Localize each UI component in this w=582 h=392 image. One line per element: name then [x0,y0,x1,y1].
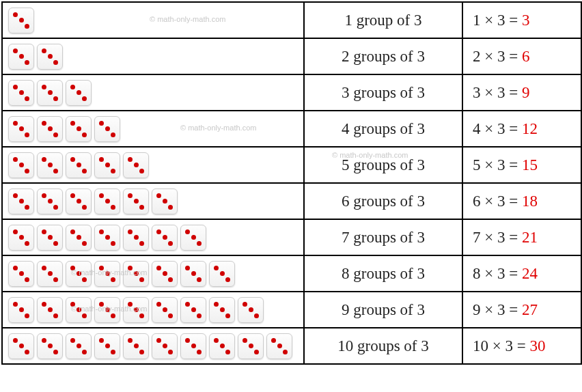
table-row: 2 groups of 32 × 3 = 6 [2,38,581,74]
die-three-icon [66,116,92,142]
equation-lhs: 10 × 3 = [473,337,526,354]
equation-cell: 3 × 3 = 9 [462,74,581,111]
group-description: 3 groups of 3 [304,74,462,111]
die-three-icon [37,152,63,178]
group-description: 2 groups of 3 [304,38,462,74]
equation-lhs: 4 × 3 = [473,120,518,137]
equation-result: 21 [522,229,538,246]
group-description: 9 groups of 3 [304,292,462,328]
die-three-icon [8,225,34,251]
equation-lhs: 9 × 3 = [473,301,518,318]
die-three-icon [8,8,34,33]
group-description: 5 groups of 3© math-only-math.com [304,147,462,183]
die-three-icon [8,80,34,106]
die-three-icon [152,188,178,214]
equation-lhs: 5 × 3 = [473,156,518,173]
die-three-icon [94,225,120,251]
dice-cell: © math-only-math.com [2,255,304,292]
die-three-icon [123,188,149,214]
equation-result: 3 [522,12,530,29]
equation-result: 27 [522,301,538,318]
die-three-icon [66,80,92,106]
die-three-icon [180,261,206,287]
die-three-icon [123,225,149,251]
die-three-icon [37,225,63,251]
dice-cell [2,74,304,111]
table-row: © math-only-math.com4 groups of 34 × 3 =… [2,111,581,147]
die-three-icon [238,297,264,323]
equation-result: 24 [522,265,538,282]
table-row: 10 groups of 310 × 3 = 30 [2,328,581,364]
equation-lhs: 3 × 3 = [473,84,518,101]
equation-lhs: 1 × 3 = [473,12,518,29]
die-three-icon [94,333,120,359]
table-row: © math-only-math.com8 groups of 38 × 3 =… [2,255,581,292]
equation-cell: 2 × 3 = 6 [462,38,581,74]
die-three-icon [8,116,34,142]
equation-cell: 1 × 3 = 3 [462,2,581,38]
equation-cell: 10 × 3 = 30 [462,328,581,364]
die-three-icon [209,297,235,323]
die-three-icon [8,188,34,214]
die-three-icon [152,297,178,323]
table-row: 5 groups of 3© math-only-math.com5 × 3 =… [2,147,581,183]
die-three-icon [66,297,92,323]
table-row: © math-only-math.com9 groups of 39 × 3 =… [2,292,581,328]
dice-cell [2,38,304,74]
equation-lhs: 7 × 3 = [473,229,518,246]
die-three-icon [123,333,149,359]
die-three-icon [123,261,149,287]
die-three-icon [152,333,178,359]
die-three-icon [8,44,34,70]
die-three-icon [37,80,63,106]
die-three-icon [152,261,178,287]
die-three-icon [66,333,92,359]
equation-result: 18 [522,193,538,210]
equation-cell: 5 × 3 = 15 [462,147,581,183]
die-three-icon [37,116,63,142]
dice-cell [2,147,304,183]
die-three-icon [94,297,120,323]
die-three-icon [180,297,206,323]
die-three-icon [123,152,149,178]
die-three-icon [180,225,206,251]
die-three-icon [37,333,63,359]
die-three-icon [209,333,235,359]
group-description: 7 groups of 3 [304,219,462,255]
group-description: 10 groups of 3 [304,328,462,364]
equation-result: 6 [522,48,530,65]
group-description: 1 group of 3 [304,2,462,38]
equation-lhs: 2 × 3 = [473,48,518,65]
dice-cell: © math-only-math.com [2,292,304,328]
equation-cell: 8 × 3 = 24 [462,255,581,292]
die-three-icon [66,225,92,251]
die-three-icon [238,333,264,359]
die-three-icon [94,261,120,287]
equation-lhs: 8 × 3 = [473,265,518,282]
dice-cell [2,183,304,219]
die-three-icon [152,225,178,251]
dice-cell: © math-only-math.com [2,111,304,147]
equation-lhs: 6 × 3 = [473,193,518,210]
dice-cell [2,219,304,255]
equation-cell: 6 × 3 = 18 [462,183,581,219]
table-row: © math-only-math.com1 group of 31 × 3 = … [2,2,581,38]
die-three-icon [94,116,120,142]
table-row: 3 groups of 33 × 3 = 9 [2,74,581,111]
die-three-icon [66,152,92,178]
die-three-icon [37,297,63,323]
die-three-icon [8,297,34,323]
die-three-icon [94,152,120,178]
die-three-icon [8,261,34,287]
equation-cell: 7 × 3 = 21 [462,219,581,255]
die-three-icon [66,261,92,287]
group-description: 8 groups of 3 [304,255,462,292]
die-three-icon [8,333,34,359]
die-three-icon [37,44,63,70]
table-row: 6 groups of 36 × 3 = 18 [2,183,581,219]
equation-cell: 4 × 3 = 12 [462,111,581,147]
equation-result: 12 [522,120,538,137]
equation-result: 9 [522,84,530,101]
equation-result: 15 [522,156,538,173]
equation-cell: 9 × 3 = 27 [462,292,581,328]
